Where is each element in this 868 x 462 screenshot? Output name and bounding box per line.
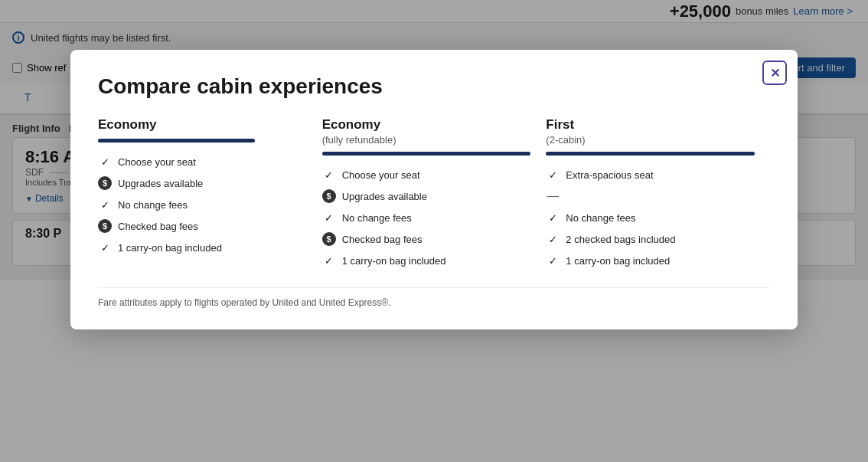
cabin-bar-economy-refund	[322, 152, 531, 156]
feature-first-4: ✓ 1 carry-on bag included	[546, 254, 755, 267]
compare-cabin-modal: ✕ Compare cabin experiences Economy ✓ Ch…	[70, 50, 798, 329]
modal-close-button[interactable]: ✕	[762, 61, 787, 85]
feature-economy-0: ✓ Choose your seat	[98, 155, 307, 169]
check-icon-r0: ✓	[322, 168, 336, 182]
dollar-icon-r1: $	[322, 189, 336, 203]
cabin-name-economy: Economy	[98, 117, 307, 133]
check-icon-e0: ✓	[98, 155, 112, 169]
check-icon-f2: ✓	[546, 211, 560, 224]
check-icon-r2: ✓	[322, 211, 336, 224]
feature-refund-4: ✓ 1 carry-on bag included	[322, 254, 531, 267]
feature-first-0: ✓ Extra-spacious seat	[546, 168, 755, 182]
check-icon-f3: ✓	[546, 232, 560, 246]
dollar-icon-e1: $	[98, 176, 112, 190]
cabin-name-first: First	[546, 117, 755, 133]
feature-economy-1: $ Upgrades available	[98, 176, 307, 190]
check-icon-e4: ✓	[98, 241, 112, 254]
feature-economy-4: ✓ 1 carry-on bag included	[98, 241, 307, 254]
cabin-sub-first: (2-cabin)	[546, 134, 755, 146]
cabin-bar-first	[546, 152, 755, 156]
modal-footnote: Fare attributes apply to flights operate…	[98, 287, 770, 308]
cabin-bar-economy	[98, 139, 255, 143]
cabin-columns: Economy ✓ Choose your seat $ Upgrades av…	[98, 117, 770, 275]
feature-economy-2: ✓ No change fees	[98, 198, 307, 211]
check-icon-r4: ✓	[322, 254, 336, 267]
feature-refund-3: $ Checked bag fees	[322, 232, 531, 246]
cabin-col-economy: Economy ✓ Choose your seat $ Upgrades av…	[98, 117, 322, 275]
check-icon-f0: ✓	[546, 168, 560, 182]
modal-title: Compare cabin experiences	[98, 74, 770, 99]
dash-icon-f1: —	[546, 189, 560, 203]
check-icon-f4: ✓	[546, 254, 560, 267]
check-icon-e2: ✓	[98, 198, 112, 211]
feature-first-2: ✓ No change fees	[546, 211, 755, 224]
feature-economy-3: $ Checked bag fees	[98, 219, 307, 233]
cabin-col-first: First (2-cabin) ✓ Extra-spacious seat — …	[546, 117, 770, 275]
feature-refund-1: $ Upgrades available	[322, 189, 531, 203]
cabin-col-economy-refund: Economy (fully refundable) ✓ Choose your…	[322, 117, 547, 275]
cabin-sub-economy-refund: (fully refundable)	[322, 134, 531, 146]
feature-refund-0: ✓ Choose your seat	[322, 168, 531, 182]
feature-first-1: —	[546, 189, 755, 203]
feature-refund-2: ✓ No change fees	[322, 211, 531, 224]
modal-overlay[interactable]: ✕ Compare cabin experiences Economy ✓ Ch…	[0, 0, 868, 462]
dollar-icon-r3: $	[322, 232, 336, 246]
cabin-name-economy-refund: Economy	[322, 117, 531, 133]
feature-first-3: ✓ 2 checked bags included	[546, 232, 755, 246]
dollar-icon-e3: $	[98, 219, 112, 233]
